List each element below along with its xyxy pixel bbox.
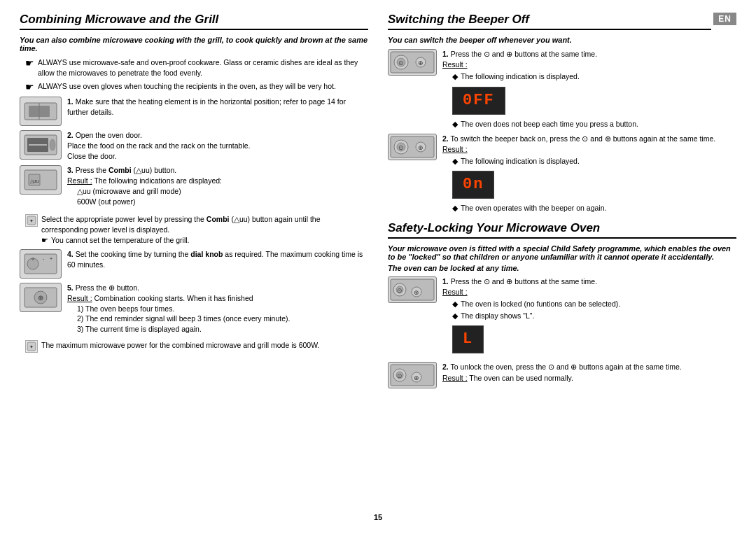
- left-section-subtitle: You can also combine microwave cooking w…: [20, 36, 368, 52]
- svg-text:✦: ✦: [29, 218, 34, 223]
- step-row-3: △uu 3. Press the Combi (△uu) button. Res…: [20, 165, 368, 206]
- svg-text:⊕: ⊕: [418, 59, 424, 66]
- safety-step1-image: ⊙ ⊕: [388, 276, 437, 303]
- step-row-1: 1. Make sure that the heating element is…: [20, 97, 368, 126]
- beeper-step2-result-label: Result :: [442, 145, 468, 153]
- safety-subtitle: Your microwave oven is fitted with a spe…: [388, 244, 736, 261]
- beeper-step1-bullet1: ◆ The following indication is displayed.: [452, 71, 736, 82]
- safety-step1-row: ⊙ ⊕ 1. Press the ⊙ and ⊕ buttons at the …: [388, 276, 736, 358]
- step5-num: 5.: [67, 283, 74, 292]
- svg-text:⊕: ⊕: [414, 289, 419, 296]
- beeper-step1-bullet2-text: The oven does not beep each time you pre…: [461, 119, 638, 129]
- page: Combining Microwave and the Grill You ca…: [0, 0, 756, 534]
- svg-text:⊙: ⊙: [397, 287, 402, 294]
- bullet-note-2: ☛ ALWAYS use oven gloves when touching t…: [25, 81, 368, 92]
- right-column: EN Switching the Beeper Off You can swit…: [388, 13, 736, 509]
- svg-text:⊙: ⊙: [397, 372, 402, 379]
- safety-step1-bullet1: ◆ The oven is locked (no funtions can be…: [452, 299, 736, 309]
- safety-section-title: Safety-Locking Your Microwave Oven: [388, 221, 736, 239]
- safety-step2-num: 2.: [442, 363, 449, 371]
- beeper-on-display: 0n: [452, 171, 494, 199]
- safety-step2-result-label: Result :: [442, 374, 468, 382]
- beeper-step1-bullet1-text: The following indication is displayed.: [461, 71, 580, 82]
- beeper-off-display: 0FF: [452, 87, 505, 115]
- step3-sub-text: Select the appropriate power level by pr…: [41, 214, 368, 245]
- beeper-step1-bullet2: ◆ The oven does not beep each time you p…: [452, 119, 736, 129]
- bullet-arrow-icon-2: ☛: [25, 81, 34, 92]
- beeper-step2-content: 2. To switch the beeper back on, press t…: [442, 134, 736, 214]
- safety-step1-result-label: Result :: [442, 288, 468, 296]
- svg-point-14: [31, 258, 34, 260]
- bullet-arrow-icon: ☛: [25, 57, 34, 69]
- svg-text:+: +: [50, 256, 52, 261]
- step4-image: - +: [20, 249, 62, 279]
- step5-image: ⊕: [20, 283, 62, 312]
- step3-content: 3. Press the Combi (△uu) button. Result …: [67, 165, 368, 206]
- step1-num: 1.: [67, 97, 74, 106]
- svg-text:⊕: ⊕: [418, 144, 424, 151]
- step1-text: Make sure that the heating element is in…: [67, 97, 346, 116]
- left-section-title: Combining Microwave and the Grill: [20, 13, 368, 30]
- left-column: Combining Microwave and the Grill You ca…: [20, 13, 368, 509]
- beeper-step2-bullet1-text: The following indication is displayed.: [461, 156, 580, 167]
- step1-image: [20, 97, 62, 126]
- page-number: 15: [20, 513, 736, 521]
- right-section1-subtitle: You can switch the beeper off whenever y…: [388, 36, 736, 44]
- bullet-text-1: ALWAYS use microwave-safe and oven-proof…: [38, 57, 368, 78]
- safety-subtitle2: The oven can be locked at any time.: [388, 264, 736, 272]
- safety-step1-num: 1.: [442, 277, 449, 286]
- en-badge: EN: [713, 13, 736, 25]
- bullet-text-2: ALWAYS use oven gloves when touching the…: [38, 81, 336, 92]
- right-section1-title: Switching the Beeper Off: [388, 13, 711, 30]
- step3-num: 3.: [67, 166, 74, 174]
- safety-step2-content: 2. To unlock the oven, press the ⊙ and ⊕…: [442, 362, 736, 383]
- beeper-step2-bullet2: ◆ The oven operates with the beeper on a…: [452, 203, 736, 213]
- beeper-step2-row: ⊙ ⊕ 2. To switch the beeper back on, pre…: [388, 134, 736, 214]
- safety-step2-result-text: The oven can be used normally.: [469, 374, 573, 382]
- svg-text:✦: ✦: [29, 344, 34, 349]
- bottom-note-text: The maximum microwave power for the comb…: [41, 340, 319, 351]
- svg-text:△uu: △uu: [30, 178, 39, 183]
- step5-content: 5. Press the ⊕ button. Result : Combinat…: [67, 283, 368, 334]
- bullet-note-1: ☛ ALWAYS use microwave-safe and oven-pro…: [25, 57, 368, 78]
- step3-sub-note: ✦ Select the appropriate power level by …: [25, 214, 368, 245]
- step-row-5: ⊕ 5. Press the ⊕ button. Result : Combin…: [20, 283, 368, 334]
- step2-image: [20, 130, 62, 160]
- svg-text:⊙: ⊙: [398, 144, 404, 151]
- svg-text:⊕: ⊕: [38, 294, 43, 302]
- beeper-step1-image: ⊙ ⊕: [388, 49, 437, 76]
- beeper-step1-row: ⊙ ⊕ 1. Press the ⊙ and ⊕ buttons at the …: [388, 49, 736, 129]
- beeper-step1-content: 1. Press the ⊙ and ⊕ buttons at the same…: [442, 49, 736, 129]
- safety-step2-row: ⊙ ⊕ 2. To unlock the oven, press the ⊙ a…: [388, 362, 736, 388]
- safety-step1-bullet1-text: The oven is locked (no funtions can be s…: [461, 299, 620, 309]
- svg-point-6: [50, 139, 55, 150]
- safety-step1-bullet2: ◆ The display shows "L".: [452, 311, 736, 321]
- safety-step2-image: ⊙ ⊕: [388, 362, 437, 388]
- steps-area: 1. Make sure that the heating element is…: [20, 97, 368, 334]
- svg-text:⊙: ⊙: [398, 59, 404, 66]
- step2-content: 2. Open the oven door.Place the food on …: [67, 130, 368, 161]
- beeper-step2-num: 2.: [442, 134, 449, 143]
- beeper-step2-image: ⊙ ⊕: [388, 134, 437, 160]
- safety-L-display: L: [452, 325, 484, 353]
- bottom-note-icon: ✦: [25, 340, 38, 353]
- step-row-4: - + 4. Set the cooking time by turning t…: [20, 249, 368, 279]
- two-column-layout: Combining Microwave and the Grill You ca…: [20, 13, 736, 509]
- step5-result-label: Result :: [67, 294, 92, 302]
- step1-content: 1. Make sure that the heating element is…: [67, 97, 368, 117]
- step3-image: △uu: [20, 165, 62, 195]
- step3-sub-icon: ✦: [25, 214, 38, 227]
- step-row-2: 2. Open the oven door.Place the food on …: [20, 130, 368, 161]
- step3-result-label: Result :: [67, 176, 92, 185]
- beeper-step2-bullet2-text: The oven operates with the beeper on aga…: [461, 203, 606, 213]
- beeper-step1-result-label: Result :: [442, 60, 468, 69]
- safety-step1-bullet2-text: The display shows "L".: [461, 311, 535, 321]
- bottom-note: ✦ The maximum microwave power for the co…: [25, 340, 368, 353]
- beeper-step1-num: 1.: [442, 50, 449, 58]
- beeper-step2-bullet1: ◆ The following indication is displayed.: [452, 156, 736, 167]
- step4-content: 4. Set the cooking time by turning the d…: [67, 249, 368, 269]
- step4-num: 4.: [67, 250, 74, 258]
- svg-text:⊕: ⊕: [414, 374, 419, 381]
- step2-num: 2.: [67, 131, 74, 139]
- safety-step1-content: 1. Press the ⊙ and ⊕ buttons at the same…: [442, 276, 736, 358]
